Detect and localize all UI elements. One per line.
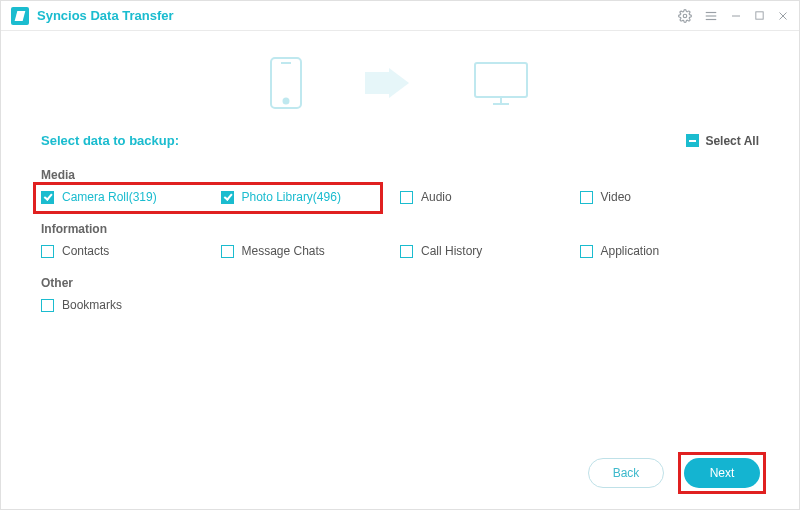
checkbox-camera-roll[interactable]: Camera Roll(319) — [41, 190, 221, 204]
checkbox-contacts[interactable]: Contacts — [41, 244, 221, 258]
settings-icon[interactable] — [678, 9, 692, 23]
back-button[interactable]: Back — [588, 458, 664, 488]
check-icon — [400, 191, 413, 204]
group-information-label: Information — [41, 222, 759, 236]
select-all-indeterminate-icon — [686, 134, 699, 147]
label-application: Application — [601, 244, 660, 258]
label-video: Video — [601, 190, 631, 204]
close-icon[interactable] — [777, 10, 789, 22]
title-bar: Syncios Data Transfer — [1, 1, 799, 31]
app-logo-icon — [11, 7, 29, 25]
check-icon — [41, 299, 54, 312]
label-call-history: Call History — [421, 244, 482, 258]
label-message-chats: Message Chats — [242, 244, 325, 258]
label-bookmarks: Bookmarks — [62, 298, 122, 312]
select-all-label: Select All — [705, 134, 759, 148]
label-photo-library: Photo Library(496) — [242, 190, 341, 204]
maximize-icon[interactable] — [754, 10, 765, 21]
check-icon — [41, 191, 54, 204]
next-highlight: Next — [678, 452, 766, 494]
footer-buttons: Back Next — [588, 452, 766, 494]
check-icon — [580, 245, 593, 258]
svg-point-0 — [683, 14, 687, 18]
svg-rect-11 — [475, 63, 527, 97]
svg-point-9 — [284, 99, 289, 104]
label-contacts: Contacts — [62, 244, 109, 258]
arrow-icon — [363, 68, 411, 101]
group-media-label: Media — [41, 168, 759, 182]
checkbox-photo-library[interactable]: Photo Library(496) — [221, 190, 401, 204]
check-icon — [41, 245, 54, 258]
phone-icon — [269, 56, 303, 113]
label-camera-roll: Camera Roll(319) — [62, 190, 157, 204]
check-icon — [221, 245, 234, 258]
minimize-icon[interactable] — [730, 10, 742, 22]
main-content: Select data to backup: Select All Media … — [1, 31, 799, 312]
section-title-row: Select data to backup: Select All — [41, 133, 759, 148]
checkbox-video[interactable]: Video — [580, 190, 760, 204]
select-all-checkbox[interactable]: Select All — [686, 134, 759, 148]
svg-rect-5 — [756, 12, 763, 19]
check-icon — [221, 191, 234, 204]
media-row: Camera Roll(319) Photo Library(496) Audi… — [41, 190, 759, 204]
checkbox-call-history[interactable]: Call History — [400, 244, 580, 258]
transfer-flow — [41, 46, 759, 133]
information-row: Contacts Message Chats Call History Appl… — [41, 244, 759, 258]
menu-icon[interactable] — [704, 9, 718, 23]
other-row: Bookmarks — [41, 298, 759, 312]
window-controls — [678, 9, 789, 23]
computer-icon — [471, 59, 531, 110]
next-button[interactable]: Next — [684, 458, 760, 488]
label-audio: Audio — [421, 190, 452, 204]
section-title: Select data to backup: — [41, 133, 179, 148]
check-icon — [580, 191, 593, 204]
group-other-label: Other — [41, 276, 759, 290]
checkbox-audio[interactable]: Audio — [400, 190, 580, 204]
checkbox-application[interactable]: Application — [580, 244, 760, 258]
check-icon — [400, 245, 413, 258]
checkbox-message-chats[interactable]: Message Chats — [221, 244, 401, 258]
checkbox-bookmarks[interactable]: Bookmarks — [41, 298, 221, 312]
app-title: Syncios Data Transfer — [37, 8, 174, 23]
